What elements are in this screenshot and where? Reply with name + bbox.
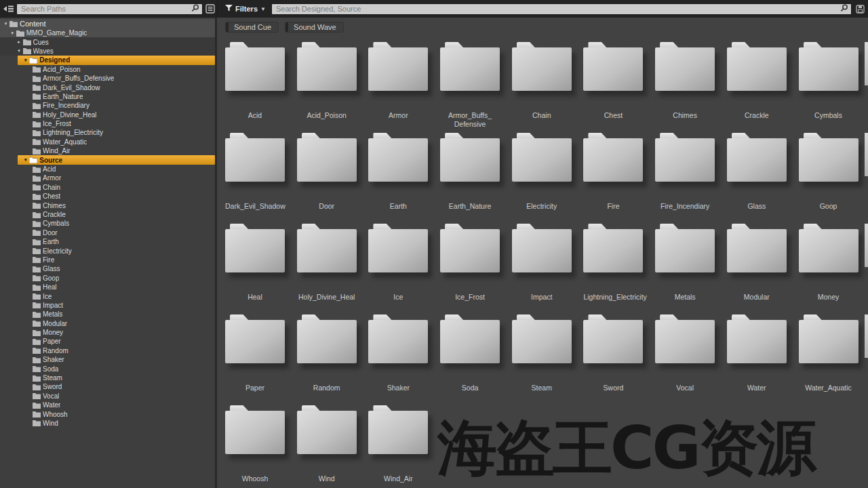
tree-item-goop[interactable]: Goop — [0, 274, 215, 283]
tree-item-chain[interactable]: Chain — [0, 183, 215, 192]
tree-item-dark_evil_shadow[interactable]: Dark_Evil_Shadow — [0, 83, 215, 92]
tree-item-earth_nature[interactable]: Earth_Nature — [0, 92, 215, 101]
tree-item-wind[interactable]: Wind — [0, 419, 215, 428]
folder-tile-random[interactable]: Random — [297, 314, 369, 405]
folder-icon — [799, 320, 859, 363]
tree-item-fire[interactable]: Fire — [0, 256, 215, 264]
search-paths-input[interactable] — [17, 5, 191, 13]
tree-item-waves[interactable]: ▾ Waves — [0, 47, 215, 56]
tree-item-random[interactable]: Random — [0, 346, 215, 355]
tree-item-ice[interactable]: Ice — [0, 291, 215, 300]
tree-item-sword[interactable]: Sword — [0, 382, 215, 391]
tree-item-holy_divine_heal[interactable]: Holy_Divine_Heal — [0, 110, 215, 119]
expand-arrow-icon[interactable]: ▾ — [2, 21, 9, 26]
folder-tile-fire[interactable]: Fire — [583, 133, 655, 224]
tree-item-source[interactable]: ▾ Source — [18, 155, 215, 164]
folder-tile-acid[interactable]: Acid — [225, 42, 297, 133]
expand-arrow-icon[interactable]: ▾ — [9, 30, 16, 36]
folder-tile-steam[interactable]: Steam — [512, 314, 584, 405]
folder-tile-impact[interactable]: Impact — [512, 224, 584, 314]
folder-tile-lightning_electricity[interactable]: Lightning_Electricity — [583, 224, 655, 314]
tree-item-armor[interactable]: Armor — [0, 174, 215, 182]
tree-item-steam[interactable]: Steam — [0, 373, 215, 382]
folder-tile-whoosh[interactable]: Whoosh — [225, 405, 297, 488]
tree-item-acid_poison[interactable]: Acid_Poison — [0, 65, 215, 74]
folder-tile-vocal[interactable]: Vocal — [655, 314, 727, 405]
tree-item-door[interactable]: Door — [0, 228, 215, 237]
tree-item-cues[interactable]: ▸ Cues — [0, 37, 215, 46]
folder-tile-money[interactable]: Money — [799, 224, 868, 314]
folder-tile-heal[interactable]: Heal — [225, 224, 297, 314]
view-options-icon[interactable] — [205, 4, 215, 14]
folder-tile-ice[interactable]: Ice — [368, 224, 440, 314]
folder-tile-water_aquatic[interactable]: Water_Aquatic — [799, 314, 868, 405]
tree-item-soda[interactable]: Soda — [0, 364, 215, 373]
folder-tile-dark_evil_shadow[interactable]: Dark_Evil_Shadow — [225, 133, 297, 224]
folder-tile-chest[interactable]: Chest — [583, 42, 655, 133]
folder-tile-door[interactable]: Door — [297, 133, 369, 224]
folder-tile-holy_divine_heal[interactable]: Holy_Divine_Heal — [297, 224, 369, 314]
folder-tile-shaker[interactable]: Shaker — [368, 314, 440, 405]
filter-chip-sound-wave[interactable]: Sound Wave — [285, 22, 344, 33]
tree-item-mmo_game_magic[interactable]: ▾ MMO_Game_Magic — [0, 28, 215, 37]
folder-tile-soda[interactable]: Soda — [440, 314, 512, 405]
folder-tile-crackle[interactable]: Crackle — [727, 42, 799, 133]
folder-tile-fire_incendiary[interactable]: Fire_Incendiary — [655, 133, 727, 224]
folder-tile-earth[interactable]: Earth — [368, 133, 440, 224]
tree-item-acid[interactable]: Acid — [0, 165, 215, 174]
folder-tile-armor[interactable]: Armor — [368, 42, 440, 133]
folder-tile-earth_nature[interactable]: Earth_Nature — [440, 133, 512, 224]
expand-arrow-icon[interactable]: ▸ — [16, 39, 23, 45]
tree-item-ice_frost[interactable]: Ice_Frost — [0, 119, 215, 128]
tree-item-content[interactable]: ▾ Content — [0, 19, 215, 28]
folder-tile-armor_buffs_defensive[interactable]: Armor_Buffs_ Defensive — [440, 42, 512, 133]
folder-tile-metals[interactable]: Metals — [655, 224, 727, 314]
folder-tile-goop[interactable]: Goop — [799, 133, 868, 224]
tree-item-chest[interactable]: Chest — [0, 192, 215, 201]
folder-tile-chain[interactable]: Chain — [512, 42, 584, 133]
tree-item-crackle[interactable]: Crackle — [0, 210, 215, 219]
tree-item-chimes[interactable]: Chimes — [0, 201, 215, 209]
folder-tile-sword[interactable]: Sword — [583, 314, 655, 405]
folder-tile-paper[interactable]: Paper — [225, 314, 297, 405]
tree-item-metals[interactable]: Metals — [0, 310, 215, 319]
folder-tile-chimes[interactable]: Chimes — [655, 42, 727, 133]
folder-icon — [33, 129, 41, 136]
tree-item-lightning_electricity[interactable]: Lightning_Electricity — [0, 128, 215, 137]
tree-item-whoosh[interactable]: Whoosh — [0, 409, 215, 418]
folder-tile-electricity[interactable]: Electricity — [512, 133, 584, 224]
filters-button[interactable]: Filters ▼ — [224, 5, 267, 13]
tree-item-vocal[interactable]: Vocal — [0, 392, 215, 401]
folder-tile-wind[interactable]: Wind — [297, 405, 369, 488]
search-assets-input[interactable] — [272, 5, 840, 13]
folder-tile-cymbals[interactable]: Cymbals — [799, 42, 868, 133]
folder-tile-ice_frost[interactable]: Ice_Frost — [440, 224, 512, 314]
expand-arrow-icon[interactable]: ▾ — [22, 157, 29, 163]
tree-item-heal[interactable]: Heal — [0, 283, 215, 291]
save-search-icon[interactable] — [856, 5, 865, 14]
tree-item-earth[interactable]: Earth — [0, 237, 215, 246]
folder-tile-acid_poison[interactable]: Acid_Poison — [297, 42, 369, 133]
tree-item-modular[interactable]: Modular — [0, 319, 215, 328]
tree-item-money[interactable]: Money — [0, 328, 215, 337]
tree-item-electricity[interactable]: Electricity — [0, 246, 215, 255]
tree-item-water_aquatic[interactable]: Water_Aquatic — [0, 138, 215, 146]
tree-item-impact[interactable]: Impact — [0, 301, 215, 310]
tree-item-fire_incendiary[interactable]: Fire_Incendiary — [0, 101, 215, 110]
expand-arrow-icon[interactable]: ▾ — [22, 58, 29, 63]
tree-item-paper[interactable]: Paper — [0, 337, 215, 346]
tree-item-shaker[interactable]: Shaker — [0, 355, 215, 364]
tree-item-cymbals[interactable]: Cymbals — [0, 219, 215, 228]
tree-item-designed[interactable]: ▾ Designed — [18, 56, 215, 64]
folder-tile-water[interactable]: Water — [727, 314, 799, 405]
folder-tile-wind_air[interactable]: Wind_Air — [368, 405, 440, 488]
folder-tile-glass[interactable]: Glass — [727, 133, 799, 224]
tree-item-glass[interactable]: Glass — [0, 264, 215, 273]
expand-arrow-icon[interactable]: ▾ — [16, 48, 23, 54]
tree-item-wind_air[interactable]: Wind_Air — [0, 146, 215, 155]
tree-item-water[interactable]: Water — [0, 401, 215, 409]
collapse-sources-icon[interactable] — [3, 5, 14, 13]
folder-tile-modular[interactable]: Modular — [727, 224, 799, 314]
filter-chip-sound-cue[interactable]: Sound Cue — [225, 22, 279, 33]
tree-item-armor_buffs_defensive[interactable]: Armor_Buffs_Defensive — [0, 74, 215, 83]
